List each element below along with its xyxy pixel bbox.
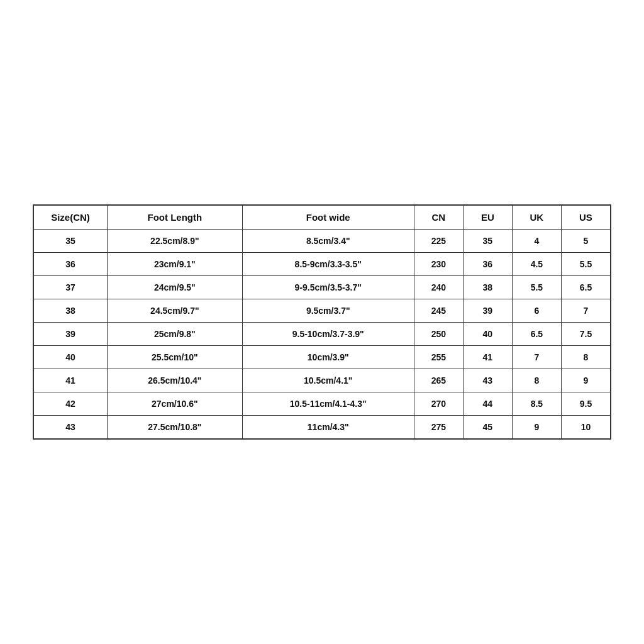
table-row: 4126.5cm/10.4"10.5cm/4.1"2654389 — [34, 369, 611, 392]
cell-us: 10 — [561, 416, 610, 439]
header-foot-length: Foot Length — [108, 206, 243, 230]
cell-eu: 36 — [463, 253, 512, 276]
table-row: 3824.5cm/9.7"9.5cm/3.7"2453967 — [34, 299, 611, 323]
cell-eu: 38 — [463, 276, 512, 299]
cell-size: 42 — [34, 392, 108, 416]
cell-foot-wide: 9.5cm/3.7" — [242, 299, 414, 323]
cell-cn: 245 — [414, 299, 463, 323]
cell-foot-length: 27cm/10.6" — [108, 392, 243, 416]
size-chart-container: Size(CN) Foot Length Foot wide CN EU UK … — [33, 204, 611, 440]
cell-eu: 40 — [463, 323, 512, 346]
cell-uk: 4 — [512, 230, 561, 253]
cell-foot-wide: 10.5-11cm/4.1-4.3" — [242, 392, 414, 416]
cell-us: 5.5 — [561, 253, 610, 276]
cell-foot-length: 23cm/9.1" — [108, 253, 243, 276]
cell-foot-length: 22.5cm/8.9" — [108, 230, 243, 253]
cell-foot-wide: 10.5cm/4.1" — [242, 369, 414, 392]
cell-us: 9 — [561, 369, 610, 392]
cell-uk: 8.5 — [512, 392, 561, 416]
cell-size: 43 — [34, 416, 108, 439]
table-row: 3724cm/9.5"9-9.5cm/3.5-3.7"240385.56.5 — [34, 276, 611, 299]
cell-us: 7.5 — [561, 323, 610, 346]
header-uk: UK — [512, 206, 561, 230]
cell-uk: 6.5 — [512, 323, 561, 346]
cell-uk: 4.5 — [512, 253, 561, 276]
cell-foot-wide: 8.5cm/3.4" — [242, 230, 414, 253]
header-size: Size(CN) — [34, 206, 108, 230]
cell-size: 37 — [34, 276, 108, 299]
header-foot-wide: Foot wide — [242, 206, 414, 230]
cell-uk: 8 — [512, 369, 561, 392]
table-row: 4227cm/10.6"10.5-11cm/4.1-4.3"270448.59.… — [34, 392, 611, 416]
header-cn: CN — [414, 206, 463, 230]
cell-us: 9.5 — [561, 392, 610, 416]
table-row: 4025.5cm/10"10cm/3.9"2554178 — [34, 346, 611, 369]
cell-foot-wide: 11cm/4.3" — [242, 416, 414, 439]
cell-cn: 230 — [414, 253, 463, 276]
cell-us: 5 — [561, 230, 610, 253]
cell-foot-length: 25cm/9.8" — [108, 323, 243, 346]
table-header-row: Size(CN) Foot Length Foot wide CN EU UK … — [34, 206, 611, 230]
cell-eu: 39 — [463, 299, 512, 323]
cell-foot-length: 27.5cm/10.8" — [108, 416, 243, 439]
cell-cn: 240 — [414, 276, 463, 299]
cell-eu: 44 — [463, 392, 512, 416]
cell-foot-length: 25.5cm/10" — [108, 346, 243, 369]
header-us: US — [561, 206, 610, 230]
cell-size: 38 — [34, 299, 108, 323]
cell-size: 35 — [34, 230, 108, 253]
cell-size: 41 — [34, 369, 108, 392]
cell-cn: 255 — [414, 346, 463, 369]
cell-foot-wide: 9.5-10cm/3.7-3.9" — [242, 323, 414, 346]
cell-us: 7 — [561, 299, 610, 323]
cell-cn: 275 — [414, 416, 463, 439]
cell-uk: 5.5 — [512, 276, 561, 299]
cell-size: 36 — [34, 253, 108, 276]
table-row: 3522.5cm/8.9"8.5cm/3.4"2253545 — [34, 230, 611, 253]
cell-foot-length: 24cm/9.5" — [108, 276, 243, 299]
cell-eu: 35 — [463, 230, 512, 253]
cell-uk: 9 — [512, 416, 561, 439]
cell-foot-wide: 9-9.5cm/3.5-3.7" — [242, 276, 414, 299]
cell-cn: 270 — [414, 392, 463, 416]
cell-foot-wide: 10cm/3.9" — [242, 346, 414, 369]
cell-foot-length: 24.5cm/9.7" — [108, 299, 243, 323]
table-row: 4327.5cm/10.8"11cm/4.3"27545910 — [34, 416, 611, 439]
cell-eu: 41 — [463, 346, 512, 369]
cell-uk: 7 — [512, 346, 561, 369]
cell-foot-length: 26.5cm/10.4" — [108, 369, 243, 392]
table-row: 3925cm/9.8"9.5-10cm/3.7-3.9"250406.57.5 — [34, 323, 611, 346]
size-chart-table: Size(CN) Foot Length Foot wide CN EU UK … — [33, 205, 611, 439]
table-row: 3623cm/9.1"8.5-9cm/3.3-3.5"230364.55.5 — [34, 253, 611, 276]
cell-size: 40 — [34, 346, 108, 369]
cell-cn: 265 — [414, 369, 463, 392]
header-eu: EU — [463, 206, 512, 230]
cell-cn: 225 — [414, 230, 463, 253]
cell-size: 39 — [34, 323, 108, 346]
cell-us: 6.5 — [561, 276, 610, 299]
cell-foot-wide: 8.5-9cm/3.3-3.5" — [242, 253, 414, 276]
cell-cn: 250 — [414, 323, 463, 346]
cell-eu: 45 — [463, 416, 512, 439]
cell-eu: 43 — [463, 369, 512, 392]
cell-us: 8 — [561, 346, 610, 369]
cell-uk: 6 — [512, 299, 561, 323]
